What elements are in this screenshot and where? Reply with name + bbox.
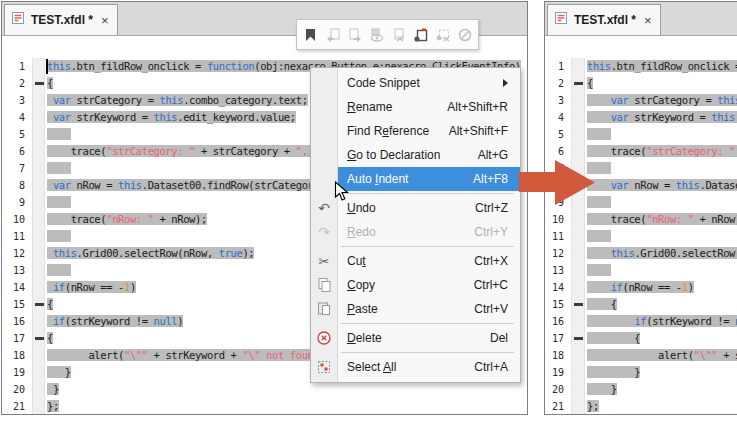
menu-item-shortcut: Alt+F8 xyxy=(473,172,508,186)
fold-marker[interactable] xyxy=(572,296,584,313)
code-line[interactable]: trace("strCategory: " + strCategory + ",… xyxy=(587,143,737,160)
clear-bookmarks-icon[interactable] xyxy=(389,24,408,46)
fold-row xyxy=(572,58,584,75)
code-token: + nRow); xyxy=(694,213,737,225)
clear-breakpoints-icon[interactable] xyxy=(433,24,452,46)
menu-item-rename[interactable]: RenameAlt+Shift+R xyxy=(311,95,520,119)
code-token: trace( xyxy=(47,145,106,157)
line-number: 18 xyxy=(545,347,571,364)
code-line[interactable]: var nRow = this.Dataset00.findRow(strCat… xyxy=(587,177,737,194)
tab-close-icon[interactable]: × xyxy=(644,14,652,27)
code-token: strCategory = xyxy=(71,94,160,106)
code-line[interactable]: }; xyxy=(587,398,737,414)
code-token: .btn_fildRow_onclick = xyxy=(71,60,207,72)
menu-item-go-to-declaration[interactable]: Go to DeclarationAlt+G xyxy=(311,143,520,167)
delete-icon xyxy=(315,329,333,347)
code-token: alert( xyxy=(47,349,124,361)
menu-item-select-all[interactable]: Select AllCtrl+A xyxy=(311,355,520,379)
code-line[interactable]: } xyxy=(47,381,527,398)
fold-row xyxy=(572,364,584,381)
code-editor-right[interactable]: 123456789101112131415161718192021 this.b… xyxy=(545,36,737,414)
code-token: ) xyxy=(177,315,183,327)
toggle-breakpoint-icon[interactable] xyxy=(411,24,430,46)
code-token: { xyxy=(587,77,593,89)
screenshot-root: TEST.xfdl * × 12345678910111213141516171… xyxy=(0,0,737,422)
fold-row xyxy=(33,58,44,75)
fold-marker[interactable] xyxy=(33,75,44,92)
prev-bookmark-icon[interactable] xyxy=(323,24,342,46)
code-token: "nRow: " xyxy=(106,213,153,225)
menu-item-code-snippet[interactable]: Code Snippet xyxy=(311,71,520,95)
code-line[interactable]: alert("\"" + strKeyword + "\" not found!… xyxy=(587,347,737,364)
code-token: alert( xyxy=(587,349,694,361)
fold-marker[interactable] xyxy=(572,330,584,347)
bookmark-toolbar xyxy=(296,19,479,50)
context-menu: Code SnippetRenameAlt+Shift+RFind Refere… xyxy=(310,67,521,383)
code-area-right[interactable]: this.btn_fildRow_onclick = function(obj:… xyxy=(585,58,737,414)
code-line[interactable]: var strKeyword = this.edit_keyword.value… xyxy=(587,109,737,126)
code-line[interactable]: { xyxy=(587,75,737,92)
code-line[interactable]: trace("nRow: " + nRow); xyxy=(587,211,737,228)
code-line[interactable]: } xyxy=(587,381,737,398)
menu-item-find-reference[interactable]: Find ReferenceAlt+Shift+F xyxy=(311,119,520,143)
code-line[interactable]: { xyxy=(587,296,737,313)
fold-row xyxy=(572,211,584,228)
show-all-bookmarks-icon[interactable] xyxy=(367,24,386,46)
fold-row xyxy=(33,313,44,330)
code-line[interactable]: if(nRow == -1) xyxy=(587,279,737,296)
menu-item-shortcut: Ctrl+A xyxy=(474,360,508,374)
code-line[interactable] xyxy=(587,228,737,245)
code-token xyxy=(47,230,71,242)
code-token: } xyxy=(47,366,71,378)
code-line[interactable]: var strCategory = this.combo_category.te… xyxy=(587,92,737,109)
menu-item-paste[interactable]: PasteCtrl+V xyxy=(311,297,520,321)
toggle-bookmark-icon[interactable] xyxy=(301,24,320,46)
breakpoint-state-icon[interactable] xyxy=(455,24,474,46)
code-line[interactable]: } xyxy=(587,364,737,381)
code-line[interactable]: }; xyxy=(47,398,527,414)
fold-marker[interactable] xyxy=(572,75,584,92)
line-number: 7 xyxy=(2,160,32,177)
fold-column-right[interactable] xyxy=(571,58,585,414)
tab-test-xfdl-left[interactable]: TEST.xfdl * × xyxy=(4,4,118,35)
code-token: if xyxy=(634,315,646,327)
fold-marker[interactable] xyxy=(33,330,44,347)
menu-item-cut[interactable]: ✂CutCtrl+X xyxy=(311,249,520,273)
code-line[interactable] xyxy=(587,126,737,143)
fold-row xyxy=(572,347,584,364)
menu-item-auto-indent[interactable]: Auto IndentAlt+F8 xyxy=(338,167,520,191)
line-number: 10 xyxy=(2,211,32,228)
fold-marker[interactable] xyxy=(33,296,44,313)
code-line[interactable]: this.btn_fildRow_onclick = function(obj:… xyxy=(587,58,737,75)
line-number: 21 xyxy=(545,398,571,414)
tab-title: TEST.xfdl * xyxy=(31,13,93,27)
code-token: { xyxy=(587,298,617,310)
code-line[interactable]: this.Grid00.selectRow(nRow, true); xyxy=(587,245,737,262)
code-token: .edit_keyword.value; xyxy=(177,111,295,123)
line-number-gutter-left: 123456789101112131415161718192021 xyxy=(2,58,32,414)
code-line[interactable]: { xyxy=(587,330,737,347)
fold-column-left[interactable] xyxy=(32,58,45,414)
tab-bar-right: TEST.xfdl * × xyxy=(545,2,737,36)
code-token: trace( xyxy=(587,145,646,157)
tab-close-icon[interactable]: × xyxy=(101,14,109,27)
menu-item-label: Go to Declaration xyxy=(347,148,440,162)
code-line[interactable] xyxy=(587,262,737,279)
code-token: var xyxy=(53,94,71,106)
next-bookmark-icon[interactable] xyxy=(345,24,364,46)
code-line[interactable] xyxy=(587,160,737,177)
cut-icon: ✂ xyxy=(315,252,333,270)
menu-item-delete[interactable]: DeleteDel xyxy=(311,326,520,350)
menu-item-shortcut: Ctrl+Y xyxy=(474,225,508,239)
code-token: (strKeyword != xyxy=(646,315,735,327)
menu-item-copy[interactable]: CopyCtrl+C xyxy=(311,273,520,297)
fold-row xyxy=(572,109,584,126)
code-line[interactable]: if(strKeyword != null) xyxy=(587,313,737,330)
fold-row xyxy=(33,228,44,245)
code-token: "nRow: " xyxy=(646,213,693,225)
code-line[interactable] xyxy=(587,194,737,211)
menu-item-shortcut: Del xyxy=(490,331,508,345)
tab-test-xfdl-right[interactable]: TEST.xfdl * × xyxy=(547,4,661,35)
code-token xyxy=(587,230,611,242)
line-number: 16 xyxy=(2,313,32,330)
